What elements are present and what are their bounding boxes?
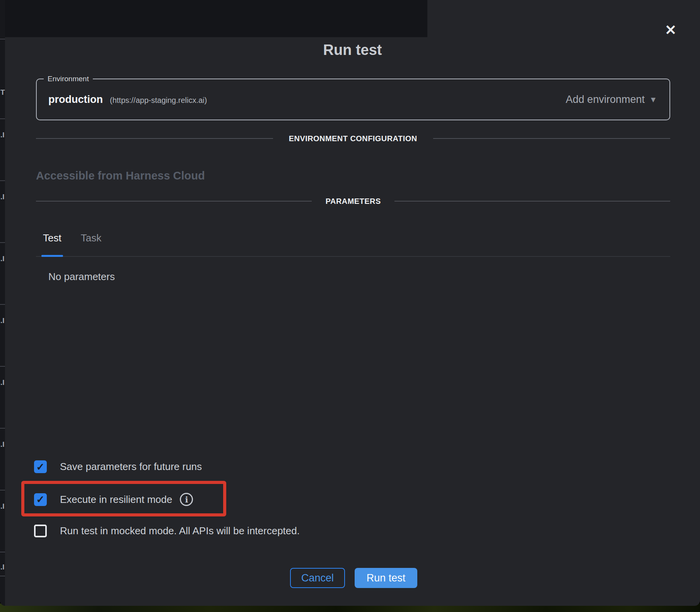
- info-icon[interactable]: i: [180, 493, 193, 506]
- section-label: ENVIRONMENT CONFIGURATION: [289, 134, 417, 143]
- resilient-mode-checkbox[interactable]: ✓: [34, 493, 47, 506]
- mocked-mode-label: Run test in mocked mode. All APIs will b…: [60, 525, 300, 537]
- no-parameters-text: No parameters: [48, 271, 115, 283]
- section-parameters: PARAMETERS: [36, 197, 670, 206]
- clipped-text-fragment: .I: [0, 255, 5, 263]
- table-row-divider: [0, 490, 5, 491]
- environment-select[interactable]: Environment production (https://app-stag…: [36, 79, 670, 120]
- chevron-down-icon: ▾: [651, 94, 656, 105]
- cancel-button[interactable]: Cancel: [290, 568, 345, 588]
- mocked-mode-checkbox[interactable]: [34, 525, 47, 537]
- save-parameters-label: Save parameters for future runs: [60, 461, 202, 473]
- resilient-mode-row: ✓ Execute in resilient mode i: [34, 493, 193, 506]
- run-test-button[interactable]: Run test: [355, 568, 417, 588]
- resilient-mode-label: Execute in resilient mode: [60, 494, 172, 506]
- mocked-mode-row: Run test in mocked mode. All APIs will b…: [34, 525, 300, 537]
- clipped-text-fragment: T: [0, 88, 5, 97]
- tab-task-label: Task: [81, 232, 101, 244]
- background-page-header: [5, 0, 427, 37]
- add-environment-button[interactable]: Add environment ▾: [566, 94, 669, 106]
- table-row-divider: [0, 552, 5, 552]
- add-environment-label: Add environment: [566, 94, 645, 106]
- environment-field-label: Environment: [44, 74, 93, 84]
- accessible-note: Accessible from Harness Cloud: [36, 169, 205, 182]
- close-icon[interactable]: ✕: [662, 22, 679, 39]
- clipped-text-fragment: .I: [0, 502, 5, 511]
- clipped-text-fragment: .I: [0, 316, 5, 325]
- clipped-text-fragment: .I: [0, 440, 5, 449]
- environment-name: production: [48, 94, 103, 106]
- tab-task[interactable]: Task: [81, 229, 101, 256]
- table-row-divider: [0, 180, 5, 181]
- background-table-sliver: T .I .I .I .I .I .I .I .I: [0, 0, 5, 606]
- table-row-divider: [0, 304, 5, 305]
- active-tab-indicator: [41, 255, 63, 257]
- clipped-text-fragment: .I: [0, 131, 5, 139]
- parameters-tabs: Test Task: [36, 229, 670, 257]
- table-row-divider: [0, 118, 5, 119]
- tab-test[interactable]: Test: [43, 229, 61, 256]
- app-window: T .I .I .I .I .I .I .I .I ✕ Run test Env…: [0, 0, 700, 606]
- clipped-text-fragment: .I: [0, 378, 5, 387]
- table-row-divider: [0, 366, 5, 367]
- page-title: Run test: [5, 42, 700, 58]
- section-environment-configuration: ENVIRONMENT CONFIGURATION: [36, 134, 670, 143]
- tab-test-label: Test: [43, 232, 61, 244]
- screen: T .I .I .I .I .I .I .I .I ✕ Run test Env…: [0, 0, 700, 612]
- checkmark-icon: ✓: [36, 462, 45, 472]
- table-row-divider: [0, 576, 5, 576]
- save-parameters-row: ✓ Save parameters for future runs: [34, 460, 202, 473]
- environment-selected-value: production (https://app-staging.relicx.a…: [37, 94, 207, 106]
- section-label: PARAMETERS: [326, 197, 381, 206]
- clipped-text-fragment: .I: [0, 193, 5, 201]
- environment-url: (https://app-staging.relicx.ai): [110, 96, 207, 105]
- checkmark-icon: ✓: [36, 494, 45, 504]
- table-row-divider: [0, 39, 5, 39]
- table-row-divider: [0, 428, 5, 429]
- clipped-text-fragment: .I: [0, 563, 5, 571]
- table-row-divider: [0, 242, 5, 243]
- save-parameters-checkbox[interactable]: ✓: [34, 460, 47, 473]
